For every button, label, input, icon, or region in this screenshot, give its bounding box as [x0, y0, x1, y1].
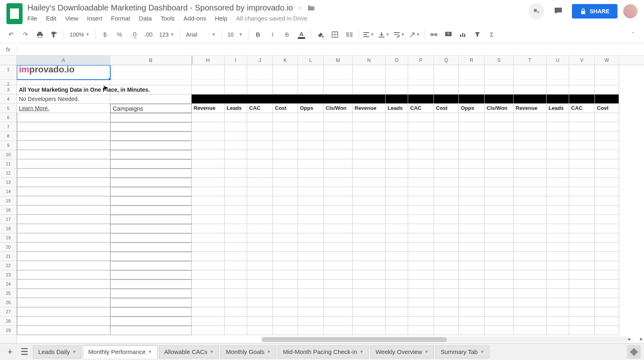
- functions-button[interactable]: Σ: [485, 29, 499, 41]
- cell-Q15[interactable]: [434, 196, 459, 206]
- col-header-O[interactable]: O: [386, 56, 408, 65]
- cell-A11[interactable]: [17, 159, 110, 169]
- cell-L29[interactable]: [298, 326, 324, 335]
- cell-R28[interactable]: [459, 317, 485, 326]
- cell-S28[interactable]: [485, 317, 514, 326]
- cell-P18[interactable]: [408, 224, 434, 233]
- cell-A8[interactable]: Organic: [17, 132, 110, 141]
- cell-V18[interactable]: [569, 224, 595, 233]
- cell-O5[interactable]: Leads: [386, 104, 408, 113]
- cell-A13[interactable]: Earned Social: [17, 178, 110, 187]
- cell-U27[interactable]: [547, 307, 569, 317]
- row-header-3[interactable]: 3: [0, 85, 17, 95]
- cell-V23[interactable]: [569, 270, 595, 280]
- cell-U11[interactable]: [547, 159, 569, 169]
- cell-O13[interactable]: [386, 178, 408, 187]
- cell-A25[interactable]: [17, 289, 110, 298]
- cell-M20[interactable]: [324, 243, 353, 252]
- cell-U23[interactable]: [547, 270, 569, 280]
- cell-R20[interactable]: [459, 243, 485, 252]
- cell-R16[interactable]: [459, 206, 485, 215]
- cell-N2[interactable]: [353, 80, 386, 85]
- cell-W9[interactable]: [595, 141, 619, 150]
- cell-I25[interactable]: [225, 289, 247, 298]
- cell-Q5[interactable]: Cost: [434, 104, 459, 113]
- cell-R25[interactable]: [459, 289, 485, 298]
- cell-L28[interactable]: [298, 317, 324, 326]
- cell-B4[interactable]: [110, 95, 192, 104]
- cell-S4[interactable]: [485, 95, 514, 104]
- cell-L11[interactable]: [298, 159, 324, 169]
- cell-S19[interactable]: [485, 233, 514, 243]
- cell-B10[interactable]: Referral Site: [110, 150, 192, 159]
- cell-T15[interactable]: [514, 196, 547, 206]
- cell-N24[interactable]: [353, 280, 386, 289]
- col-header-S[interactable]: S: [485, 56, 514, 65]
- cell-T28[interactable]: [514, 317, 547, 326]
- cell-O6[interactable]: [386, 113, 408, 122]
- cell-M28[interactable]: [324, 317, 353, 326]
- cell-I23[interactable]: [225, 270, 247, 280]
- cell-Q12[interactable]: [434, 169, 459, 178]
- cell-B25[interactable]: GSP - Prospecting: [110, 289, 192, 298]
- cell-B24[interactable]: GDN - Remarketing: [110, 280, 192, 289]
- cell-Q19[interactable]: [434, 233, 459, 243]
- row-header-12[interactable]: 12: [0, 169, 17, 178]
- cell-V17[interactable]: [569, 215, 595, 224]
- cell-L3[interactable]: [298, 85, 324, 95]
- cell-J8[interactable]: [247, 132, 273, 141]
- cell-S26[interactable]: [485, 298, 514, 307]
- cell-A23[interactable]: [17, 270, 110, 280]
- cell-K11[interactable]: [273, 159, 298, 169]
- cell-V19[interactable]: [569, 233, 595, 243]
- cell-M26[interactable]: [324, 298, 353, 307]
- cell-V4[interactable]: [569, 95, 595, 104]
- cell-M7[interactable]: [324, 122, 353, 132]
- cell-S23[interactable]: [485, 270, 514, 280]
- cell-T9[interactable]: [514, 141, 547, 150]
- cell-T18[interactable]: [514, 224, 547, 233]
- row-header-25[interactable]: 25: [0, 289, 17, 298]
- cell-L17[interactable]: [298, 215, 324, 224]
- cell-P1[interactable]: [408, 65, 434, 80]
- cell-M9[interactable]: [324, 141, 353, 150]
- menu-help[interactable]: Help: [215, 15, 227, 22]
- cell-W15[interactable]: [595, 196, 619, 206]
- cell-T27[interactable]: [514, 307, 547, 317]
- cell-J25[interactable]: [247, 289, 273, 298]
- merge-button[interactable]: [343, 29, 356, 41]
- cell-V3[interactable]: [569, 85, 595, 95]
- cell-U2[interactable]: [547, 80, 569, 85]
- cell-S13[interactable]: [485, 178, 514, 187]
- insert-comment-button[interactable]: +: [442, 29, 455, 41]
- cell-M5[interactable]: Cls/Won: [324, 104, 353, 113]
- col-header-J[interactable]: J: [247, 56, 273, 65]
- cell-N9[interactable]: [353, 141, 386, 150]
- user-avatar[interactable]: [623, 4, 638, 19]
- cell-U17[interactable]: [547, 215, 569, 224]
- cell-S9[interactable]: [485, 141, 514, 150]
- cell-P8[interactable]: [408, 132, 434, 141]
- cell-K8[interactable]: [273, 132, 298, 141]
- cell-K5[interactable]: Cost: [273, 104, 298, 113]
- cell-J14[interactable]: [247, 187, 273, 196]
- cell-T14[interactable]: [514, 187, 547, 196]
- cell-A22[interactable]: [17, 261, 110, 270]
- cell-O16[interactable]: [386, 206, 408, 215]
- cell-A24[interactable]: [17, 280, 110, 289]
- cell-B21[interactable]: Friends & Family: [110, 252, 192, 261]
- cell-S15[interactable]: [485, 196, 514, 206]
- cell-U8[interactable]: [547, 132, 569, 141]
- cell-R22[interactable]: [459, 261, 485, 270]
- cell-O4[interactable]: [386, 95, 408, 104]
- cell-W21[interactable]: [595, 252, 619, 261]
- all-sheets-button[interactable]: ☰: [18, 345, 31, 359]
- redo-button[interactable]: ↷: [19, 29, 32, 41]
- cell-K23[interactable]: [273, 270, 298, 280]
- row-header-7[interactable]: 7: [0, 122, 17, 132]
- cell-R12[interactable]: [459, 169, 485, 178]
- cell-I17[interactable]: [225, 215, 247, 224]
- sheet-tab-leads-daily[interactable]: Leads Daily▼: [33, 346, 81, 358]
- cell-H7[interactable]: [192, 122, 225, 132]
- cell-B18[interactable]: Public Relations: [110, 224, 192, 233]
